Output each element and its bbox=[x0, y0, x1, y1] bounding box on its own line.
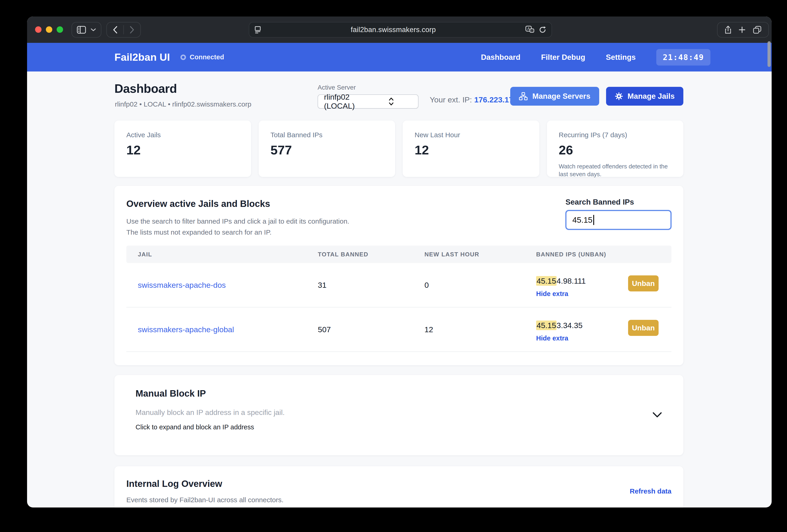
banned-ip-stack: 45.154.98.111 Hide extra bbox=[536, 275, 628, 297]
reader-icon[interactable] bbox=[254, 26, 261, 34]
connected-status-label: Connected bbox=[190, 53, 224, 61]
connected-status-icon bbox=[180, 54, 186, 60]
unban-button[interactable]: Unban bbox=[628, 320, 659, 336]
browser-window: fail2ban.swissmakers.corp A☆ Fail2ban UI bbox=[27, 17, 772, 508]
ip-search-match: 45.15 bbox=[536, 276, 556, 286]
zoom-window-button[interactable] bbox=[57, 26, 63, 33]
manual-block-panel[interactable]: Manual Block IP Manually block an IP add… bbox=[114, 375, 683, 455]
table-row: swissmakers-apache-global 507 12 45.153.… bbox=[126, 308, 672, 352]
ip-search-match: 45.15 bbox=[536, 320, 556, 330]
chevron-down-icon[interactable] bbox=[652, 412, 662, 418]
share-icon[interactable] bbox=[725, 25, 731, 34]
stat-card-recurring-ips: Recurring IPs (7 days) 26 Watch repeated… bbox=[547, 120, 684, 177]
banned-ip-stack: 45.153.34.35 Hide extra bbox=[536, 320, 628, 342]
active-server-select[interactable]: rlinfp02 (LOCAL) bbox=[318, 94, 419, 109]
header-buttons: Manage Servers Manage Jails bbox=[510, 87, 683, 106]
new-last-hour-value: 0 bbox=[424, 281, 536, 290]
internal-log-desc: Events stored by Fail2ban-UI across all … bbox=[126, 494, 672, 505]
back-icon[interactable] bbox=[112, 26, 118, 34]
banned-ip: 45.154.98.111 bbox=[536, 275, 628, 286]
banned-ip: 45.153.34.35 bbox=[536, 320, 628, 331]
search-banned-ips-input[interactable]: 45.15 bbox=[566, 210, 672, 230]
new-tab-icon[interactable] bbox=[738, 26, 746, 34]
manage-servers-label: Manage Servers bbox=[532, 92, 590, 101]
col-new-last-hour: NEW LAST HOUR bbox=[424, 251, 536, 258]
stat-card-total-banned: Total Banned IPs 577 bbox=[259, 120, 395, 177]
new-last-hour-value: 12 bbox=[424, 325, 536, 334]
close-window-button[interactable] bbox=[35, 26, 42, 33]
stat-card-new-last-hour: New Last Hour 12 bbox=[403, 120, 539, 177]
sidebar-chevron-down-icon[interactable] bbox=[90, 28, 96, 31]
app-header: Fail2ban UI Connected Dashboard Filter D… bbox=[27, 43, 772, 71]
total-banned-value: 507 bbox=[318, 325, 424, 334]
col-banned-ips: BANNED IPS (UNBAN) bbox=[536, 251, 672, 258]
svg-text:☆: ☆ bbox=[531, 29, 533, 32]
table-row: swissmakers-apache-dos 31 0 45.154.98.11… bbox=[126, 263, 672, 308]
toolbar-divider bbox=[123, 25, 124, 35]
jails-table-header: JAIL TOTAL BANNED NEW LAST HOUR BANNED I… bbox=[126, 246, 672, 263]
connection-status: Connected bbox=[180, 53, 224, 61]
toolbar-actions-group bbox=[717, 22, 769, 38]
stat-value: 12 bbox=[414, 142, 527, 157]
select-chevrons-icon bbox=[369, 97, 413, 106]
reload-icon[interactable] bbox=[539, 26, 547, 34]
page-title: Dashboard bbox=[114, 82, 177, 95]
external-ip-label: Your ext. IP: bbox=[430, 95, 472, 104]
stat-card-active-jails: Active Jails 12 bbox=[114, 120, 251, 177]
browser-scrollbar-thumb[interactable] bbox=[767, 41, 771, 67]
stat-label: Active Jails bbox=[126, 131, 239, 139]
jail-link[interactable]: swissmakers-apache-global bbox=[138, 325, 234, 334]
tabs-overview-icon[interactable] bbox=[753, 26, 762, 34]
internal-log-panel: Internal Log Overview Events stored by F… bbox=[114, 466, 683, 508]
refresh-data-link[interactable]: Refresh data bbox=[630, 487, 672, 495]
jails-table: JAIL TOTAL BANNED NEW LAST HOUR BANNED I… bbox=[126, 246, 672, 352]
internal-log-title: Internal Log Overview bbox=[126, 479, 672, 489]
hide-extra-link[interactable]: Hide extra bbox=[536, 334, 628, 342]
app-nav: Dashboard Filter Debug Settings 21:48:49 bbox=[481, 49, 710, 66]
stat-label: New Last Hour bbox=[414, 131, 527, 139]
nav-filter-debug[interactable]: Filter Debug bbox=[541, 53, 586, 62]
history-nav-group bbox=[106, 22, 141, 38]
sidebar-toggle-group bbox=[71, 22, 101, 38]
search-banned-ips-label: Search Banned IPs bbox=[566, 198, 672, 206]
col-total-banned: TOTAL BANNED bbox=[318, 251, 424, 258]
active-server-block: Active Server rlinfp02 (LOCAL) bbox=[318, 84, 419, 109]
hide-extra-link[interactable]: Hide extra bbox=[536, 290, 628, 297]
stat-note: Watch repeated offenders detected in the… bbox=[559, 162, 672, 178]
sidebar-toggle-icon[interactable] bbox=[77, 26, 86, 34]
ip-rest: 3.34.35 bbox=[556, 321, 582, 330]
address-bar[interactable]: fail2ban.swissmakers.corp A☆ bbox=[249, 22, 552, 38]
minimize-window-button[interactable] bbox=[46, 26, 52, 33]
active-server-label: Active Server bbox=[318, 84, 419, 91]
search-block: Search Banned IPs 45.15 bbox=[566, 198, 672, 230]
stat-label: Recurring IPs (7 days) bbox=[559, 131, 672, 139]
page-subtitle: rlinfp02 • LOCAL • rlinfp02.swissmakers.… bbox=[115, 101, 251, 108]
stat-label: Total Banned IPs bbox=[271, 131, 383, 139]
nav-dashboard[interactable]: Dashboard bbox=[481, 53, 520, 62]
stat-value: 577 bbox=[271, 142, 383, 157]
unban-button[interactable]: Unban bbox=[628, 275, 659, 291]
manual-block-hint: Click to expand and block an IP address bbox=[135, 423, 662, 431]
overview-panel: Overview active Jails and Blocks Use the… bbox=[114, 186, 683, 365]
nav-settings[interactable]: Settings bbox=[606, 53, 636, 62]
browser-toolbar: fail2ban.swissmakers.corp A☆ bbox=[27, 17, 772, 43]
total-banned-value: 31 bbox=[318, 281, 424, 290]
stat-value: 12 bbox=[126, 142, 239, 157]
ip-rest: 4.98.111 bbox=[556, 276, 586, 285]
stat-cards: Active Jails 12 Total Banned IPs 577 New… bbox=[114, 120, 683, 177]
svg-text:A: A bbox=[527, 27, 530, 31]
manual-block-desc: Manually block an IP address in a specif… bbox=[135, 407, 662, 418]
manage-jails-label: Manage Jails bbox=[628, 92, 675, 101]
search-input-value: 45.15 bbox=[572, 215, 593, 224]
manage-jails-button[interactable]: Manage Jails bbox=[606, 87, 683, 106]
forward-icon[interactable] bbox=[129, 26, 135, 34]
manage-servers-button[interactable]: Manage Servers bbox=[510, 87, 599, 106]
stat-value: 26 bbox=[559, 142, 672, 157]
col-jail: JAIL bbox=[126, 251, 318, 258]
jail-link[interactable]: swissmakers-apache-dos bbox=[138, 281, 226, 289]
header-clock: 21:48:49 bbox=[656, 49, 710, 66]
sitemap-icon bbox=[519, 92, 528, 101]
translate-icon[interactable]: A☆ bbox=[525, 26, 534, 34]
app-brand: Fail2ban UI bbox=[114, 51, 170, 63]
active-server-value: rlinfp02 (LOCAL) bbox=[324, 93, 369, 110]
